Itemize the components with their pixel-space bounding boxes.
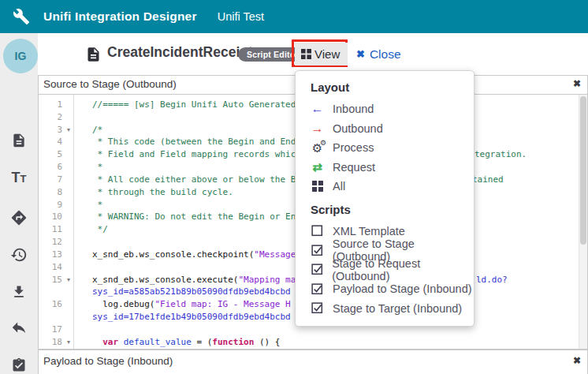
bottom-panel-title: Payload to Stage (Inbound) <box>43 355 173 367</box>
panel-close-icon[interactable]: ✖ <box>573 78 581 89</box>
sidebar-directions-icon[interactable] <box>0 206 38 230</box>
line-number: 4 <box>39 136 62 148</box>
code-segment-keyword: var <box>102 337 118 347</box>
sidebar-text-format-icon[interactable]: TT <box>0 166 38 189</box>
checkbox-checked-icon[interactable] <box>311 245 324 256</box>
view-button-label: View <box>314 47 340 61</box>
line-number: 12 <box>39 236 62 249</box>
line-number: 18 <box>39 336 62 349</box>
layout-section-header: Layout <box>296 74 474 99</box>
code-segment-comment: * Field and Field mapping records which <box>92 149 301 159</box>
sidebar-undo-icon[interactable] <box>0 316 38 339</box>
fold-caret-icon[interactable]: ▾ <box>67 336 70 349</box>
scripts-section-header: Scripts <box>296 196 474 222</box>
menu-item-label: XML Template <box>333 225 405 237</box>
page-title: CreateIncidentReceipt <box>107 44 253 61</box>
menu-item-label: Stage to Request (Outbound) <box>332 257 474 282</box>
fold-caret-icon[interactable]: ▾ <box>67 274 70 286</box>
arrow-right-icon: → <box>311 122 324 135</box>
sidebar-download-icon[interactable] <box>0 280 38 304</box>
code-segment-comment: */ <box>92 224 108 234</box>
sidebar-tasks-icon[interactable] <box>0 353 38 374</box>
bottom-panel-close-icon[interactable]: ✖ <box>573 355 581 366</box>
script-panel-payload-to-stage: Payload to Stage (Inbound) ✖ <box>38 350 588 374</box>
wrench-icon <box>13 8 30 25</box>
view-button[interactable]: View <box>295 43 348 65</box>
top-navbar: Unifi Integration Designer Unifi Test <box>0 0 588 33</box>
grid-icon <box>301 49 311 59</box>
menu-item-inbound[interactable]: ←Inbound <box>296 99 474 119</box>
code-segment-comment: * <box>92 200 102 210</box>
code-segment-code <box>92 337 102 347</box>
menu-item-label: Request <box>333 161 375 174</box>
code-segment-comment: tained <box>472 174 504 186</box>
line-number: 3 <box>39 124 62 137</box>
editor-scrollbar[interactable] <box>579 95 587 349</box>
code-segment-code <box>118 337 124 347</box>
code-segment-link: sys_id=17be1fde1b49b05090dfdb9ebd4bcbd <box>92 312 291 322</box>
code-segment-code: log.debug( <box>92 299 154 309</box>
menu-item-stage-to-target-inbound-[interactable]: Stage to Target (Inbound) <box>296 299 474 319</box>
code-segment-comment: * through the build cycle. <box>92 187 233 197</box>
menu-item-label: All <box>333 180 345 193</box>
line-number: 11 <box>39 223 62 236</box>
code-segment-comment: //===== [ws] Begin Unifi Auto Generated <box>92 99 296 110</box>
code-segment-keyword: function <box>212 337 254 347</box>
menu-item-request[interactable]: ⇄Request <box>296 158 474 178</box>
panel-title: Source to Stage (Outbound) <box>43 78 177 90</box>
code-segment-comment: * WARNING: Do not edit the Begin or End <box>92 211 301 222</box>
grid-icon <box>311 181 324 192</box>
code-segment-comment: * <box>92 162 102 172</box>
code-segment-code: x_snd_eb.ws_console.checkpoint( <box>92 249 254 260</box>
menu-item-payload-to-stage-inbound-[interactable]: Payload to Stage (Inbound) <box>296 279 474 299</box>
arrow-left-icon: ← <box>311 103 324 115</box>
code-segment-string: "Field map: IG - Message H <box>154 299 290 309</box>
line-number: 14 <box>39 261 62 274</box>
line-number: 8 <box>39 186 62 199</box>
menu-item-all[interactable]: All <box>296 177 474 196</box>
app-window: Unifi Integration Designer Unifi Test TT… <box>0 0 588 374</box>
sidebar-document-icon[interactable] <box>0 129 38 152</box>
code-segment-link: ld.do? <box>476 274 508 286</box>
line-number: 6 <box>39 161 62 174</box>
menu-item-label: Process <box>333 141 374 154</box>
fold-caret-icon[interactable]: ▾ <box>67 124 70 137</box>
close-button[interactable]: ✖ Close <box>356 33 401 75</box>
menu-item-stage-to-request-outbound-[interactable]: Stage to Request (Outbound) <box>296 260 474 280</box>
menu-item-outbound[interactable]: →Outbound <box>296 119 474 139</box>
line-number: 10 <box>39 211 62 223</box>
code-segment-code: = ( <box>192 337 213 347</box>
sidebar-history-icon[interactable] <box>0 243 38 267</box>
code-segment-comment: * This code (between the Begin and End <box>92 137 296 147</box>
line-number: 16 <box>39 298 62 311</box>
toolbar: CreateIncidentReceipt Script Editor View… <box>38 33 588 75</box>
checkbox-checked-icon[interactable] <box>311 302 324 314</box>
code-segment-string: "Message <box>254 249 296 260</box>
menu-item-label: Stage to Target (Inbound) <box>333 302 462 315</box>
code-segment-code: () { <box>254 337 280 347</box>
code-segment-comment: /* <box>92 125 102 135</box>
line-number: 15 <box>39 274 62 286</box>
line-number: 5 <box>39 148 62 161</box>
checkbox-unchecked-icon[interactable] <box>311 225 324 237</box>
code-segment-def: default_value <box>124 337 192 347</box>
code-segment-code: x_snd_eb.ws_console.execute( <box>92 275 238 285</box>
code-segment-link: sys_id=a585ab521b89b05090dfdb9ebd4bcbd <box>92 286 291 297</box>
scrollbar-thumb[interactable] <box>580 96 586 245</box>
line-number: 2 <box>39 111 62 124</box>
document-icon <box>85 45 102 64</box>
swap-arrows-icon: ⇄ <box>311 161 324 173</box>
checkbox-checked-icon[interactable] <box>311 283 324 295</box>
view-dropdown-menu: Layout ←Inbound→Outbound⚙⚙Process⇄Reques… <box>295 70 474 327</box>
menu-item-label: Outbound <box>333 122 383 135</box>
line-number: 9 <box>39 199 62 211</box>
line-number: 7 <box>39 174 62 186</box>
code-line-18: 18▾ var default_value = (function () { <box>39 336 579 349</box>
env-title[interactable]: Unifi Test <box>218 10 264 23</box>
close-x-icon: ✖ <box>356 48 365 60</box>
avatar[interactable]: IG <box>3 39 38 73</box>
menu-item-process[interactable]: ⚙⚙Process <box>296 138 474 158</box>
menu-item-label: Payload to Stage (Inbound) <box>333 282 472 295</box>
checkbox-checked-icon[interactable] <box>311 264 323 275</box>
menu-item-label: Inbound <box>333 103 374 115</box>
